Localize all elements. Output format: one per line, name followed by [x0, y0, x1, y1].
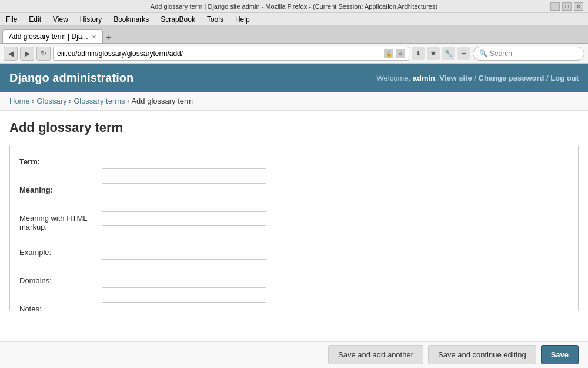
- meaning-html-row: Meaning with HTML markup:: [19, 211, 569, 238]
- logout-link[interactable]: Log out: [550, 74, 579, 82]
- menu-bar: File Edit View History Bookmarks ScrapBo…: [0, 13, 588, 26]
- minimize-button[interactable]: _: [550, 2, 560, 11]
- username-link[interactable]: admin: [413, 74, 435, 82]
- tab-label: Add glossary term | Dja...: [9, 32, 88, 41]
- menu-view[interactable]: View: [49, 14, 72, 25]
- meaning-row: Meaning:: [19, 183, 569, 204]
- ssl-icon: 🔒: [384, 49, 393, 58]
- breadcrumb-glossary-terms[interactable]: Glossary terms: [74, 97, 125, 105]
- url-icons: 🔒 ☆: [384, 49, 405, 58]
- user-info: Welcome, admin. View site / Change passw…: [377, 74, 579, 82]
- search-icon: 🔍: [479, 49, 487, 57]
- window-controls: _ □ ×: [550, 2, 583, 11]
- term-row: Term:: [19, 155, 569, 176]
- example-row: Example:: [19, 246, 569, 267]
- browser-title: Add glossary term | Django site admin - …: [151, 3, 437, 10]
- browser-titlebar: Add glossary term | Django site admin - …: [0, 0, 588, 13]
- star-icon[interactable]: ☆: [396, 49, 405, 58]
- maximize-button[interactable]: □: [562, 2, 572, 11]
- domains-row: Domains:: [19, 274, 569, 295]
- domains-label: Domains:: [19, 274, 102, 285]
- notes-label: Notes:: [19, 302, 102, 311]
- address-bar: ◀ ▶ ↻ eiii.eu/admin/glossary/glossaryter…: [0, 44, 588, 64]
- breadcrumb-home[interactable]: Home: [9, 97, 30, 105]
- domains-input[interactable]: [102, 274, 266, 288]
- active-tab[interactable]: Add glossary term | Dja... ✕: [2, 29, 103, 43]
- bottom-action-bar: Save and add another Save and continue e…: [0, 341, 588, 368]
- main-content: Add glossary term Term: Meaning: Meaning…: [0, 111, 588, 311]
- menu-file[interactable]: File: [2, 14, 21, 25]
- menu-edit[interactable]: Edit: [25, 14, 45, 25]
- bookmark-icon[interactable]: ★: [427, 47, 440, 60]
- search-bar[interactable]: 🔍 Search: [473, 47, 584, 61]
- save-continue-button[interactable]: Save and continue editing: [428, 345, 536, 364]
- admin-title: Django administration: [9, 71, 133, 85]
- menu-scrapbook[interactable]: ScrapBook: [157, 14, 199, 25]
- addon-icon[interactable]: 🔧: [442, 47, 455, 60]
- menu-icon[interactable]: ☰: [457, 47, 470, 60]
- toolbar-icons: ⬇ ★ 🔧 ☰: [412, 47, 470, 60]
- download-icon[interactable]: ⬇: [412, 47, 425, 60]
- content-area: Add glossary term Term: Meaning: Meaning…: [0, 111, 588, 311]
- page-title: Add glossary term: [9, 120, 579, 135]
- url-bar[interactable]: eiii.eu/admin/glossary/glossaryterm/add/…: [53, 47, 409, 61]
- example-input[interactable]: [102, 246, 266, 260]
- breadcrumb: Home › Glossary › Glossary terms › Add g…: [0, 92, 588, 111]
- tab-close-button[interactable]: ✕: [92, 34, 96, 40]
- term-input[interactable]: [102, 155, 266, 169]
- close-button[interactable]: ×: [574, 2, 583, 11]
- breadcrumb-glossary[interactable]: Glossary: [36, 97, 66, 105]
- forward-button[interactable]: ▶: [20, 47, 34, 61]
- menu-history[interactable]: History: [76, 14, 105, 25]
- meaning-html-label: Meaning with HTML markup:: [19, 211, 102, 231]
- term-label: Term:: [19, 155, 102, 166]
- back-button[interactable]: ◀: [4, 47, 18, 61]
- admin-header: Django administration Welcome, admin. Vi…: [0, 64, 588, 92]
- form-container: Term: Meaning: Meaning with HTML markup:…: [9, 145, 579, 311]
- new-tab-button[interactable]: +: [103, 32, 115, 43]
- save-add-button[interactable]: Save and add another: [328, 345, 423, 364]
- tab-bar: Add glossary term | Dja... ✕ +: [0, 26, 588, 44]
- notes-row: Notes:: [19, 302, 569, 311]
- reload-button[interactable]: ↻: [36, 47, 51, 61]
- save-button[interactable]: Save: [541, 345, 579, 364]
- change-password-link[interactable]: Change password: [479, 74, 544, 82]
- meaning-html-input[interactable]: [102, 211, 266, 226]
- menu-tools[interactable]: Tools: [203, 14, 227, 25]
- example-label: Example:: [19, 246, 102, 257]
- view-site-link[interactable]: View site: [439, 74, 472, 82]
- welcome-text: Welcome,: [377, 74, 411, 82]
- menu-help[interactable]: Help: [232, 14, 253, 25]
- meaning-input[interactable]: [102, 183, 266, 197]
- meaning-label: Meaning:: [19, 183, 102, 194]
- url-text: eiii.eu/admin/glossary/glossaryterm/add/: [57, 49, 384, 58]
- search-placeholder: Search: [490, 49, 512, 58]
- menu-bookmarks[interactable]: Bookmarks: [110, 14, 152, 25]
- notes-input[interactable]: [102, 302, 266, 311]
- breadcrumb-current: Add glossary term: [131, 97, 193, 105]
